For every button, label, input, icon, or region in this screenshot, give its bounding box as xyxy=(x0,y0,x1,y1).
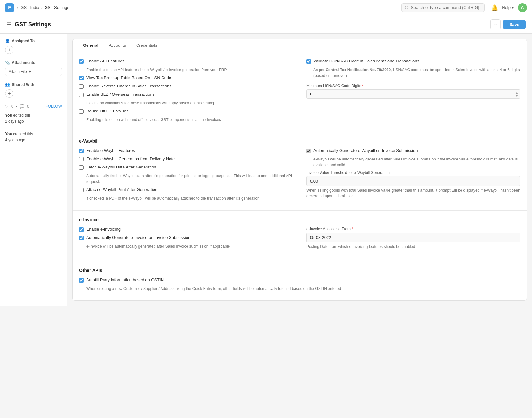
search-icon xyxy=(405,5,409,10)
ewaybill-delivery-row: Enable e-Waybill Generation from Deliver… xyxy=(79,156,293,161)
spinner-arrows: ▲ ▼ xyxy=(515,91,518,97)
tab-accounts[interactable]: Accounts xyxy=(104,39,131,52)
settings-card: General Accounts Credentials Enable API … xyxy=(72,39,527,301)
breadcrumb-sep-2: › xyxy=(41,5,43,10)
other-apis-content: Other APIs Autofill Party Information ba… xyxy=(73,261,527,300)
tax-breakup-checkbox[interactable] xyxy=(79,76,84,80)
other-apis-section-title: Other APIs xyxy=(79,268,520,273)
paperclip-icon: 📎 xyxy=(5,61,10,65)
einvoice-left-col: Enable e-Invoicing Automatically Generat… xyxy=(73,227,300,261)
sidebar: 👤 Assigned To + 📎 Attachments Attach Fil… xyxy=(0,34,67,306)
tax-breakup-label: View Tax Breakup Table Based On HSN Code xyxy=(86,75,171,80)
likes-count: 0 xyxy=(11,104,13,109)
ewaybill-title-col: e-Waybill xyxy=(73,132,527,148)
validate-hsn-label: Validate HSN/SAC Code in Sales Items and… xyxy=(313,59,419,63)
api-features-checkbox[interactable] xyxy=(79,59,84,64)
chevron-down-icon: ▾ xyxy=(512,5,514,10)
add-assigned-to-button[interactable]: + xyxy=(5,46,13,54)
user-avatar[interactable]: A xyxy=(518,3,527,12)
sidebar-activity: You edited this 2 days ago You created t… xyxy=(5,112,62,143)
comments-count: 0 xyxy=(27,104,29,109)
attach-file-button[interactable]: Attach File + xyxy=(5,68,62,76)
attach-ewaybill-label: Attach e-Waybill Print After Generation xyxy=(86,187,157,192)
spinner-down-icon[interactable]: ▼ xyxy=(515,94,518,97)
general-right-col: Validate HSN/SAC Code in Sales Items and… xyxy=(300,52,527,132)
notification-ref: Central Tax Notification No. 78/2020 xyxy=(326,68,391,72)
enable-ewaybill-label: Enable e-Waybill Features xyxy=(86,148,135,153)
breadcrumb: GST India › GST Settings xyxy=(21,5,69,10)
min-hsn-input-wrapper: ▲ ▼ xyxy=(306,89,520,99)
applicable-from-required: * xyxy=(352,227,353,231)
ewaybill-delivery-checkbox[interactable] xyxy=(79,157,84,161)
search-input[interactable] xyxy=(411,5,481,10)
sez-checkbox[interactable] xyxy=(79,93,84,97)
autofill-checkbox[interactable] xyxy=(79,278,84,283)
enable-einvoice-checkbox[interactable] xyxy=(79,227,84,232)
einvoice-section-title: e-Invoice xyxy=(79,217,520,222)
tab-credentials[interactable]: Credentials xyxy=(131,39,162,52)
round-off-checkbox[interactable] xyxy=(79,109,84,114)
api-features-desc: Enable this to use API features like e-W… xyxy=(86,67,293,73)
help-button[interactable]: Help ▾ xyxy=(502,5,514,10)
auto-generate-ewaybill-checkbox[interactable] xyxy=(306,149,311,153)
sez-row: Enable SEZ / Overseas Transactions xyxy=(79,92,293,97)
validate-hsn-desc: As per Central Tax Notification No. 78/2… xyxy=(313,67,520,78)
auto-generate-einvoice-checkbox[interactable] xyxy=(79,236,84,240)
plus-icon: + xyxy=(29,70,31,74)
general-left-col: Enable API Features Enable this to use A… xyxy=(73,52,300,132)
enable-einvoice-label: Enable e-Invoicing xyxy=(86,227,121,232)
tab-general[interactable]: General xyxy=(78,39,104,52)
min-hsn-group: Minimum HSN/SAC Code Digits * ▲ ▼ xyxy=(306,84,520,99)
spinner-up-icon[interactable]: ▲ xyxy=(515,91,518,94)
follow-button[interactable]: FOLLOW xyxy=(46,104,62,109)
reverse-charge-label: Enable Reverse Charge in Sales Transacti… xyxy=(86,84,171,88)
enable-einvoice-row: Enable e-Invoicing xyxy=(79,227,293,232)
auto-generate-einvoice-desc: e-Invoice will be automatically generate… xyxy=(86,243,293,249)
nav-icons: 🔔 Help ▾ A xyxy=(491,3,527,12)
attach-ewaybill-desc: If checked, a PDF of the e-Waybill will … xyxy=(86,195,293,201)
round-off-row: Round Off GST Values xyxy=(79,109,293,114)
general-tab-content: Enable API Features Enable this to use A… xyxy=(73,52,527,132)
threshold-value[interactable]: 0.00 xyxy=(306,176,520,186)
auto-generate-ewaybill-desc: e-Waybill will be automatically generate… xyxy=(313,156,520,168)
attachments-title: 📎 Attachments xyxy=(5,61,62,65)
applicable-from-value[interactable]: 05-08-2022 xyxy=(306,233,520,242)
bell-icon[interactable]: 🔔 xyxy=(491,4,498,11)
threshold-group: Invoice Value Threshold for e-Waybill Ge… xyxy=(306,170,520,199)
einvoice-right-col: e-Invoice Applicable From * 05-08-2022 P… xyxy=(300,227,527,261)
reverse-charge-checkbox[interactable] xyxy=(79,84,84,89)
sez-desc: Fields and validations for these transac… xyxy=(86,100,293,106)
svg-point-0 xyxy=(405,6,408,9)
enable-ewaybill-row: Enable e-Waybill Features xyxy=(79,148,293,153)
fetch-ewaybill-checkbox[interactable] xyxy=(79,165,84,170)
search-bar[interactable] xyxy=(401,3,485,12)
einvoice-title-col: e-Invoice xyxy=(73,211,527,227)
more-button[interactable]: ··· xyxy=(490,19,501,29)
min-hsn-input[interactable] xyxy=(306,89,520,99)
autofill-desc: When creating a new Customer / Supplier … xyxy=(86,286,520,291)
activity-item-2: You created this 4 years ago xyxy=(5,131,62,143)
api-features-row: Enable API Features xyxy=(79,59,293,64)
applicable-from-label: e-Invoice Applicable From * xyxy=(306,227,520,231)
attach-ewaybill-checkbox[interactable] xyxy=(79,188,84,192)
ewaybill-cols: Enable e-Waybill Features Enable e-Waybi… xyxy=(73,148,527,210)
sidebar-stats: ♡ 0 · 💬 0 FOLLOW xyxy=(5,104,62,109)
sidebar-attachments: 📎 Attachments Attach File + xyxy=(5,61,62,76)
auto-generate-ewaybill-row: Automatically Generate e-Waybill on Invo… xyxy=(306,148,520,153)
applicable-from-group: e-Invoice Applicable From * 05-08-2022 P… xyxy=(306,227,520,250)
auto-generate-einvoice-label: Automatically Generate e-Invoice on Invo… xyxy=(86,235,190,240)
hamburger-icon[interactable]: ☰ xyxy=(6,21,11,28)
add-shared-with-button[interactable]: + xyxy=(5,89,13,98)
sidebar-assigned-to: 👤 Assigned To + xyxy=(5,39,62,54)
header-actions: ··· Save xyxy=(490,19,526,29)
save-button[interactable]: Save xyxy=(503,20,526,29)
activity-item-1: You edited this 2 days ago xyxy=(5,112,62,125)
min-hsn-required: * xyxy=(362,84,364,88)
validate-hsn-checkbox[interactable] xyxy=(306,59,311,64)
enable-ewaybill-checkbox[interactable] xyxy=(79,149,84,153)
breadcrumb-gst-india[interactable]: GST India xyxy=(21,5,39,10)
person-icon: 👤 xyxy=(5,39,10,43)
sez-label: Enable SEZ / Overseas Transactions xyxy=(86,92,154,97)
breadcrumb-sep-1: › xyxy=(17,5,18,10)
round-off-label: Round Off GST Values xyxy=(86,109,129,113)
